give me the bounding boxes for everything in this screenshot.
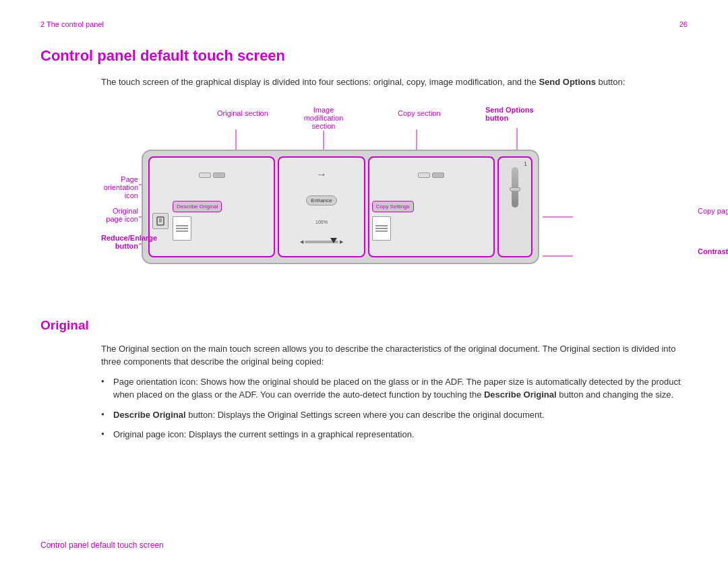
copy-mini-tab-2 — [432, 173, 444, 178]
mini-tab-2 — [213, 173, 225, 178]
label-copy-section: Copy section — [398, 109, 441, 117]
arrow-left-icon: ◀ — [300, 239, 303, 245]
copy-settings-button[interactable]: Copy Settings — [372, 201, 414, 212]
label-contrast-control: Contrast control — [698, 247, 728, 255]
breadcrumb: 2 The control panel 26 — [40, 20, 688, 28]
breadcrumb-left: 2 The control panel — [40, 20, 104, 28]
slider-track[interactable] — [305, 241, 338, 243]
device-copy-section: Copy Settings — [368, 156, 495, 257]
label-page-orientation: Page orientation icon — [101, 175, 138, 199]
svg-rect-9 — [157, 217, 164, 225]
percent-label: 100% — [315, 220, 328, 224]
footer-text: Control panel default touch screen — [40, 540, 164, 550]
mini-tabs — [199, 173, 225, 178]
list-item-1: Page orientation icon: Shows how the ori… — [101, 375, 688, 402]
mini-tab-1 — [199, 173, 211, 178]
label-copy-page-icon: Copy page icon — [698, 207, 728, 215]
page-orientation-icon — [152, 213, 169, 229]
intro-text: The touch screen of the graphical displa… — [101, 75, 688, 89]
send-slider[interactable] — [512, 167, 518, 208]
breadcrumb-right: 26 — [679, 20, 688, 28]
original-page-icon — [173, 216, 191, 241]
device-original-section: Describe Original — [148, 156, 275, 257]
copy-mini-tab-1 — [418, 173, 430, 178]
send-slider-thumb — [510, 187, 520, 191]
label-reduce-enlarge: Reduce/Enlarge button — [101, 234, 138, 250]
arrow-right-icon: → — [316, 168, 327, 181]
list-item-3: Original page icon: Displays the current… — [101, 428, 688, 441]
diagram-area: Original section Image modification sect… — [101, 109, 688, 298]
enhance-button[interactable]: Enhance — [306, 195, 337, 206]
device-diagram: Describe Original → Enhance 100% ◀ — [142, 150, 539, 264]
copy-page-icon — [372, 216, 391, 241]
list-item-2: Describe Original button: Displays the O… — [101, 408, 688, 422]
section2-text: The Original section on the main touch s… — [101, 342, 688, 369]
label-original-page-icon: Original page icon — [101, 207, 138, 223]
label-original-section: Original section — [217, 109, 268, 117]
page-number: 1 — [524, 160, 527, 167]
label-send-options: Send Options button — [485, 106, 553, 122]
device-image-mod-section: → Enhance 100% ◀ ▶ — [278, 156, 365, 257]
slider-thumb — [330, 238, 337, 243]
section2-heading: Original — [40, 318, 688, 333]
device-send-section: 1 — [497, 156, 533, 257]
bullet-list: Page orientation icon: Shows how the ori… — [101, 375, 688, 441]
describe-original-button[interactable]: Describe Original — [173, 201, 222, 212]
arrow-right-icon: ▶ — [340, 239, 343, 245]
page-title: Control panel default touch screen — [40, 47, 688, 65]
copy-mini-tabs — [418, 173, 444, 178]
label-image-mod-section: Image modification section — [300, 106, 347, 130]
slider-container: ◀ ▶ — [300, 239, 343, 245]
